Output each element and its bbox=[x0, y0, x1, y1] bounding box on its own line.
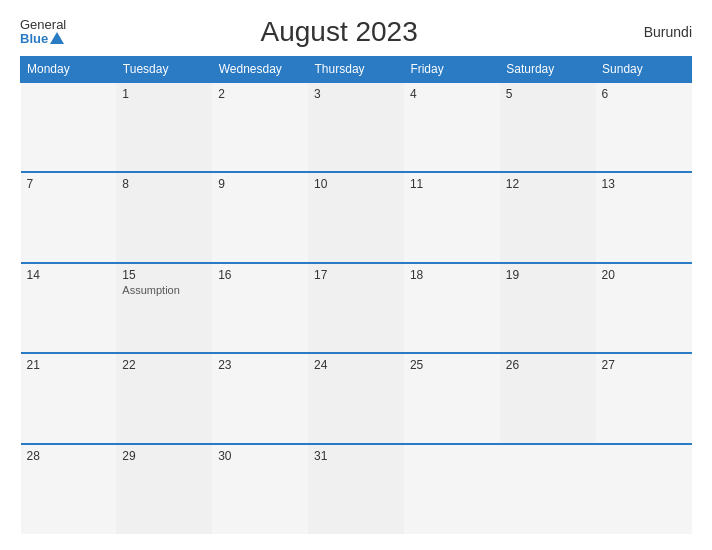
day-cell bbox=[500, 444, 596, 534]
day-number: 3 bbox=[314, 87, 398, 101]
header-tuesday: Tuesday bbox=[116, 57, 212, 83]
day-cell: 7 bbox=[21, 172, 117, 262]
day-number: 26 bbox=[506, 358, 590, 372]
logo-blue-text: Blue bbox=[20, 32, 48, 46]
day-cell: 4 bbox=[404, 82, 500, 172]
calendar-page: General Blue August 2023 Burundi Monday … bbox=[0, 0, 712, 550]
calendar-title: August 2023 bbox=[66, 16, 612, 48]
day-number: 5 bbox=[506, 87, 590, 101]
day-cell bbox=[404, 444, 500, 534]
day-number: 2 bbox=[218, 87, 302, 101]
day-number: 14 bbox=[27, 268, 111, 282]
day-number: 6 bbox=[602, 87, 686, 101]
day-number: 17 bbox=[314, 268, 398, 282]
day-cell: 26 bbox=[500, 353, 596, 443]
day-number: 16 bbox=[218, 268, 302, 282]
week-row-1: 123456 bbox=[21, 82, 692, 172]
day-cell: 12 bbox=[500, 172, 596, 262]
header-friday: Friday bbox=[404, 57, 500, 83]
day-cell: 28 bbox=[21, 444, 117, 534]
day-cell: 21 bbox=[21, 353, 117, 443]
calendar-header: General Blue August 2023 Burundi bbox=[20, 16, 692, 48]
day-cell: 3 bbox=[308, 82, 404, 172]
header-monday: Monday bbox=[21, 57, 117, 83]
day-number: 23 bbox=[218, 358, 302, 372]
day-number: 21 bbox=[27, 358, 111, 372]
logo: General Blue bbox=[20, 18, 66, 47]
day-number: 11 bbox=[410, 177, 494, 191]
header-thursday: Thursday bbox=[308, 57, 404, 83]
day-number: 22 bbox=[122, 358, 206, 372]
day-number: 20 bbox=[602, 268, 686, 282]
day-cell: 14 bbox=[21, 263, 117, 353]
day-cell: 31 bbox=[308, 444, 404, 534]
day-number: 4 bbox=[410, 87, 494, 101]
day-number: 1 bbox=[122, 87, 206, 101]
week-row-2: 78910111213 bbox=[21, 172, 692, 262]
logo-triangle-icon bbox=[50, 32, 64, 44]
day-number: 8 bbox=[122, 177, 206, 191]
header-wednesday: Wednesday bbox=[212, 57, 308, 83]
day-cell: 19 bbox=[500, 263, 596, 353]
day-number: 30 bbox=[218, 449, 302, 463]
day-cell: 27 bbox=[596, 353, 692, 443]
calendar-table: Monday Tuesday Wednesday Thursday Friday… bbox=[20, 56, 692, 534]
logo-general-text: General bbox=[20, 18, 66, 32]
day-cell: 23 bbox=[212, 353, 308, 443]
day-cell: 22 bbox=[116, 353, 212, 443]
day-cell: 9 bbox=[212, 172, 308, 262]
day-cell: 5 bbox=[500, 82, 596, 172]
header-sunday: Sunday bbox=[596, 57, 692, 83]
day-number: 27 bbox=[602, 358, 686, 372]
day-cell: 2 bbox=[212, 82, 308, 172]
day-cell: 1 bbox=[116, 82, 212, 172]
day-cell: 18 bbox=[404, 263, 500, 353]
day-cell: 11 bbox=[404, 172, 500, 262]
day-cell: 25 bbox=[404, 353, 500, 443]
day-cell: 20 bbox=[596, 263, 692, 353]
day-number: 18 bbox=[410, 268, 494, 282]
day-number: 24 bbox=[314, 358, 398, 372]
day-number: 7 bbox=[27, 177, 111, 191]
day-number: 31 bbox=[314, 449, 398, 463]
day-number: 9 bbox=[218, 177, 302, 191]
day-number: 12 bbox=[506, 177, 590, 191]
day-number: 19 bbox=[506, 268, 590, 282]
day-cell: 17 bbox=[308, 263, 404, 353]
day-number: 25 bbox=[410, 358, 494, 372]
day-cell: 13 bbox=[596, 172, 692, 262]
week-row-4: 21222324252627 bbox=[21, 353, 692, 443]
day-cell: 24 bbox=[308, 353, 404, 443]
day-number: 29 bbox=[122, 449, 206, 463]
country-label: Burundi bbox=[612, 24, 692, 40]
day-cell: 29 bbox=[116, 444, 212, 534]
day-number: 15 bbox=[122, 268, 206, 282]
day-cell: 6 bbox=[596, 82, 692, 172]
day-cell: 30 bbox=[212, 444, 308, 534]
week-row-5: 28293031 bbox=[21, 444, 692, 534]
header-saturday: Saturday bbox=[500, 57, 596, 83]
day-cell bbox=[596, 444, 692, 534]
day-cell: 15Assumption bbox=[116, 263, 212, 353]
day-number: 13 bbox=[602, 177, 686, 191]
day-number: 10 bbox=[314, 177, 398, 191]
day-event: Assumption bbox=[122, 284, 206, 296]
day-cell: 10 bbox=[308, 172, 404, 262]
day-cell: 16 bbox=[212, 263, 308, 353]
week-row-3: 1415Assumption1617181920 bbox=[21, 263, 692, 353]
day-cell bbox=[21, 82, 117, 172]
weekday-header-row: Monday Tuesday Wednesday Thursday Friday… bbox=[21, 57, 692, 83]
day-cell: 8 bbox=[116, 172, 212, 262]
day-number: 28 bbox=[27, 449, 111, 463]
